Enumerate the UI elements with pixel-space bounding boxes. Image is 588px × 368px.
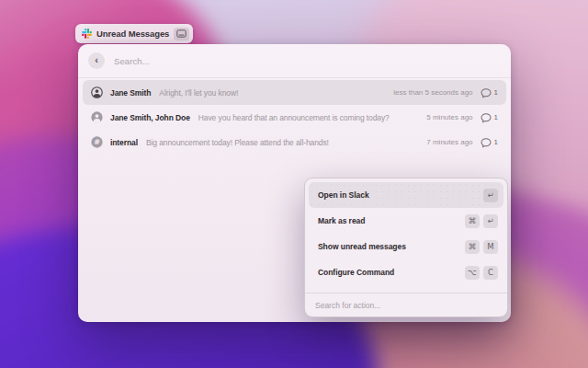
c-key: C — [483, 266, 498, 280]
unread-count: 1 — [494, 113, 498, 121]
unread-count-badge: 1 — [481, 112, 498, 123]
command-pill[interactable]: Unread Messages — [75, 24, 193, 43]
unread-messages-list: Jane Smith Alright, I'll let you know! l… — [78, 78, 511, 156]
list-item[interactable]: # internal Big announcement today! Pleas… — [83, 130, 506, 155]
return-key: ↵ — [483, 189, 498, 202]
sender-name: Jane Smith, John Doe — [110, 113, 190, 122]
chat-bubble-icon — [481, 112, 492, 123]
row-meta: 5 minutes ago 1 — [426, 112, 498, 123]
action-open-in-slack[interactable]: Open in Slack ↵ — [309, 182, 503, 208]
channel-hash-icon: # — [91, 136, 103, 148]
back-button[interactable]: ‹ — [88, 52, 105, 69]
shortcut-keys: ⌘ ↵ — [465, 214, 498, 228]
sender-name: Jane Smith — [110, 88, 151, 98]
actions-panel: Open in Slack ↵ Mark as read ⌘ ↵ Show un… — [304, 178, 508, 317]
command-key: ⌘ — [465, 214, 480, 228]
person-circle-filled-icon — [91, 111, 103, 123]
row-meta: less than 5 seconds ago 1 — [393, 87, 498, 98]
list-item[interactable]: Jane Smith Alright, I'll let you know! l… — [83, 80, 506, 105]
svg-text:#: # — [94, 138, 100, 146]
message-time: 7 minutes ago — [426, 138, 472, 146]
list-item[interactable]: Jane Smith, John Doe Have you heard that… — [83, 105, 506, 130]
message-preview: Have you heard that an announcement is c… — [198, 113, 419, 122]
command-key: ⌘ — [465, 240, 480, 254]
action-mark-as-read[interactable]: Mark as read ⌘ ↵ — [309, 208, 503, 234]
message-time: less than 5 seconds ago — [393, 88, 472, 97]
action-search-input[interactable]: Search for action... — [305, 293, 507, 316]
chat-bubble-icon — [481, 87, 492, 98]
message-preview: Alright, I'll let you know! — [159, 88, 386, 98]
shortcut-keys: ⌘ M — [465, 240, 498, 254]
command-pill-label: Unread Messages — [96, 29, 169, 39]
slack-icon — [82, 29, 92, 39]
message-time: 5 minutes ago — [426, 113, 472, 121]
action-configure-command[interactable]: Configure Command ⌥ C — [309, 259, 503, 285]
keyboard-icon — [176, 29, 187, 38]
unread-count: 1 — [494, 88, 498, 97]
message-preview: Big announcement today! Please attend th… — [146, 138, 419, 147]
row-meta: 7 minutes ago 1 — [426, 137, 498, 148]
record-hotkey-button[interactable] — [174, 28, 189, 40]
return-key: ↵ — [483, 214, 498, 228]
unread-count: 1 — [494, 138, 498, 146]
action-show-unread-messages[interactable]: Show unread messages ⌘ M — [309, 234, 503, 259]
search-bar: ‹ Search... — [78, 44, 511, 78]
back-chevron-icon: ‹ — [95, 55, 98, 65]
m-key: M — [483, 240, 498, 254]
chat-bubble-icon — [481, 137, 492, 148]
shortcut-keys: ↵ — [483, 189, 498, 202]
search-input[interactable]: Search... — [114, 56, 150, 66]
option-key: ⌥ — [465, 266, 480, 280]
shortcut-keys: ⌥ C — [465, 266, 498, 280]
unread-count-badge: 1 — [481, 137, 498, 148]
person-circle-outline-icon — [91, 86, 103, 98]
unread-count-badge: 1 — [481, 87, 498, 98]
channel-name: internal — [110, 138, 138, 147]
